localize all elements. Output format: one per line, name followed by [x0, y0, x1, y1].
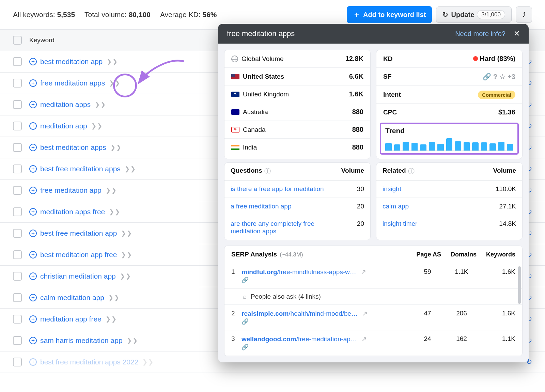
country-volume-row[interactable]: Australia880 [224, 103, 370, 121]
chevron-right-icon[interactable]: ❯❯ [106, 187, 117, 194]
related-link[interactable]: insight [383, 185, 492, 193]
row-checkbox[interactable] [13, 358, 22, 366]
select-all-checkbox[interactable] [13, 36, 22, 45]
chevron-right-icon[interactable]: ❯❯ [106, 315, 117, 323]
add-icon[interactable]: + [29, 208, 37, 216]
add-icon[interactable]: + [29, 358, 37, 366]
row-checkbox[interactable] [13, 207, 22, 216]
keyword-link[interactable]: free meditation app [40, 186, 102, 194]
row-checkbox[interactable] [13, 143, 22, 152]
keyword-link[interactable]: meditation apps free [40, 208, 105, 216]
keyword-link[interactable]: best free meditation apps [40, 165, 121, 173]
country-volume-row[interactable]: India880 [224, 139, 370, 156]
external-link-icon[interactable]: ↗ [361, 335, 367, 343]
chevron-right-icon[interactable]: ❯❯ [95, 101, 106, 108]
row-checkbox[interactable] [13, 250, 22, 259]
serp-url[interactable]: wellandgood.com/free-meditation-ap… ↗ 🔗 [242, 335, 408, 351]
chevron-right-icon[interactable]: ❯❯ [108, 294, 120, 301]
add-icon[interactable]: + [29, 79, 37, 87]
row-checkbox[interactable] [13, 100, 22, 109]
need-more-info-link[interactable]: Need more info? [455, 30, 505, 38]
chevron-right-icon[interactable]: ❯❯ [125, 165, 136, 173]
add-icon[interactable]: + [29, 122, 37, 130]
keyword-link[interactable]: best free meditation apps 2022 [40, 358, 138, 366]
add-icon[interactable]: + [29, 272, 37, 280]
country-volume-row[interactable]: United States6.6K [224, 68, 370, 85]
question-link[interactable]: a free meditation app [231, 203, 340, 210]
chevron-right-icon[interactable]: ❯❯ [91, 122, 103, 130]
add-icon[interactable]: + [29, 187, 37, 194]
external-link-icon[interactable]: ↗ [362, 310, 368, 317]
keyword-link[interactable]: christian meditation app [40, 272, 116, 280]
serp-col-page-as[interactable]: Page AS [417, 251, 441, 258]
question-link[interactable]: are there any completely free meditation… [231, 220, 340, 235]
export-button[interactable]: ⤴ [516, 6, 532, 23]
row-checkbox[interactable] [13, 186, 22, 195]
chevron-right-icon[interactable]: ❯❯ [142, 358, 154, 366]
add-icon[interactable]: + [29, 315, 37, 323]
add-icon[interactable]: + [29, 101, 37, 108]
keyword-column-header[interactable]: Keyword [29, 36, 54, 44]
close-icon[interactable]: ✕ [514, 29, 520, 38]
update-button[interactable]: ↻ Update 3/1,000 [436, 6, 512, 23]
chevron-right-icon[interactable]: ❯❯ [120, 272, 131, 280]
question-link[interactable]: is there a free app for meditation [231, 185, 340, 193]
row-checkbox[interactable] [13, 122, 22, 130]
chevron-right-icon[interactable]: ❯❯ [110, 144, 122, 151]
add-icon[interactable]: + [29, 294, 37, 301]
serp-domains: 162 [447, 335, 476, 343]
related-link[interactable]: insight timer [383, 220, 492, 228]
add-icon[interactable]: + [29, 230, 37, 237]
serp-row[interactable]: 2 realsimple.com/health/mind-mood/be… ↗ … [224, 305, 522, 330]
add-icon[interactable]: + [29, 337, 37, 344]
question-row[interactable]: a free meditation app20 [224, 198, 370, 215]
keyword-link[interactable]: meditation app [40, 122, 87, 130]
keyword-link[interactable]: free meditation apps [40, 79, 105, 87]
question-row[interactable]: is there a free app for meditation30 [224, 181, 370, 198]
scrollbar[interactable] [518, 266, 521, 304]
people-also-ask-row[interactable]: ⌕People also ask (4 links) [224, 289, 522, 305]
info-icon[interactable]: ⓘ [264, 167, 271, 176]
row-checkbox[interactable] [13, 336, 22, 345]
keyword-link[interactable]: meditation app free [40, 315, 102, 323]
row-checkbox[interactable] [13, 79, 22, 88]
country-volume-row[interactable]: United Kingdom1.6K [224, 85, 370, 103]
related-row[interactable]: calm app27.1K [376, 198, 522, 215]
related-row[interactable]: insight110.0K [376, 181, 522, 198]
chevron-right-icon[interactable]: ❯❯ [109, 208, 121, 216]
keyword-link[interactable]: best meditation app free [40, 251, 117, 259]
row-checkbox[interactable] [13, 272, 22, 281]
external-link-icon[interactable]: ↗ [361, 268, 366, 276]
row-checkbox[interactable] [13, 293, 22, 302]
keyword-link[interactable]: calm meditation app [40, 294, 104, 302]
chevron-right-icon[interactable]: ❯❯ [127, 337, 138, 344]
serp-url[interactable]: realsimple.com/health/mind-mood/be… ↗ 🔗 [242, 310, 408, 325]
add-icon[interactable]: + [29, 58, 37, 65]
keyword-link[interactable]: meditation apps [40, 100, 91, 109]
chevron-right-icon[interactable]: ❯❯ [121, 251, 133, 258]
keyword-link[interactable]: best free meditation app [40, 229, 117, 237]
serp-row[interactable]: 1 mindful.org/free-mindfulness-apps-w… ↗… [224, 263, 522, 289]
serp-col-keywords[interactable]: Keywords [486, 251, 515, 258]
serp-col-domains[interactable]: Domains [451, 251, 477, 258]
info-icon[interactable]: ⓘ [408, 167, 415, 176]
row-checkbox[interactable] [13, 229, 22, 238]
keyword-link[interactable]: best meditation apps [40, 143, 106, 152]
question-row[interactable]: are there any completely free meditation… [224, 215, 370, 240]
related-row[interactable]: insight timer14.8K [376, 215, 522, 232]
row-checkbox[interactable] [13, 57, 22, 66]
row-checkbox[interactable] [13, 164, 22, 173]
chevron-right-icon[interactable]: ❯❯ [107, 58, 118, 65]
country-volume-row[interactable]: Canada880 [224, 121, 370, 139]
add-icon[interactable]: + [29, 165, 37, 173]
serp-row[interactable]: 3 wellandgood.com/free-meditation-ap… ↗ … [224, 330, 522, 356]
add-icon[interactable]: + [29, 144, 37, 151]
row-checkbox[interactable] [13, 315, 22, 324]
serp-url[interactable]: mindful.org/free-mindfulness-apps-w… ↗ 🔗 [242, 268, 408, 284]
related-link[interactable]: calm app [383, 203, 492, 210]
add-to-keyword-list-button[interactable]: ＋ Add to keyword list [347, 6, 432, 23]
chevron-right-icon[interactable]: ❯❯ [121, 230, 133, 237]
add-icon[interactable]: + [29, 251, 37, 258]
keyword-link[interactable]: best meditation app [40, 58, 103, 66]
keyword-link[interactable]: sam harris meditation app [40, 336, 123, 345]
